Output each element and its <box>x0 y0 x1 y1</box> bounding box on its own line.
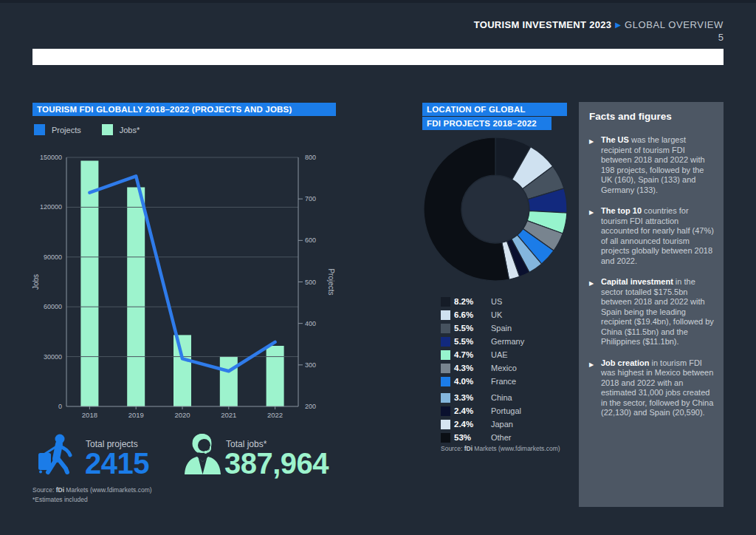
fact-bullet-1: ▶The US was the largest recipient of tou… <box>589 135 714 195</box>
bar-chart-title: TOURISM FDI GLOBALLY 2018–2022 (PROJECTS… <box>32 103 336 116</box>
legend-country: Japan <box>491 420 513 429</box>
bar-2022 <box>267 346 284 406</box>
report-title: TOURISM INVESTMENT 2023 <box>474 19 612 30</box>
legend-country: Other <box>491 433 512 442</box>
legend-country: Germany <box>491 337 524 346</box>
legend-pct: 53% <box>454 433 491 442</box>
report-page: TOURISM INVESTMENT 2023▶GLOBAL OVERVIEW … <box>0 0 756 535</box>
facts-title: Facts and figures <box>589 111 714 122</box>
y-right-tick: 800 <box>305 154 316 161</box>
legend-swatch-Germany <box>441 337 450 347</box>
legend-swatch-projects <box>34 124 45 135</box>
donut-legend-row-UK: 6.6%UK <box>441 308 574 321</box>
y-right-tick: 400 <box>305 320 316 327</box>
legend-pct: 4.7% <box>454 350 491 359</box>
legend-swatch-US <box>441 297 450 307</box>
legend-swatch-France <box>441 377 450 386</box>
facts-panel: Facts and figures ▶The US was the larges… <box>579 102 724 507</box>
bar-2019 <box>127 187 145 406</box>
x-tick: 2020 <box>174 411 190 419</box>
legend-country: UK <box>491 310 502 319</box>
donut-chart <box>417 133 574 287</box>
y-left-tick: 120000 <box>40 203 62 211</box>
legend-pct: 8.2% <box>454 297 491 306</box>
y-right-tick: 200 <box>305 403 316 410</box>
y-left-axis-title: Jobs <box>32 274 40 290</box>
bar-line-chart: 0300006000090000120000150000200300400500… <box>30 148 340 429</box>
x-tick: 2021 <box>221 411 236 419</box>
donut-title-line1: LOCATION OF GLOBAL <box>422 103 567 116</box>
service-agent-icon <box>182 432 223 474</box>
legend-pct: 2.4% <box>454 406 491 415</box>
y-right-tick: 300 <box>305 361 316 369</box>
donut-legend-row-Germany: 5.5%Germany <box>441 335 574 348</box>
y-left-tick: 60000 <box>44 303 62 310</box>
total-projects-value: 2415 <box>85 449 149 478</box>
bullet-arrow-icon: ▶ <box>589 279 594 289</box>
fact-bullet-3: ▶Capital investment in the sector totall… <box>589 277 714 347</box>
facts-bullets: ▶The US was the largest recipient of tou… <box>589 135 714 418</box>
legend-pct: 4.0% <box>454 377 491 386</box>
bar-2021 <box>220 357 238 406</box>
legend-swatch-jobs <box>102 124 113 135</box>
page-number: 5 <box>718 32 724 43</box>
bullet-arrow-icon: ▶ <box>589 137 594 147</box>
legend-label-projects: Projects <box>52 126 81 134</box>
top-edge-strip <box>0 0 756 3</box>
donut-legend-row-China: 3.3%China <box>441 391 574 404</box>
legend-country: Portugal <box>491 406 521 415</box>
legend-pct: 6.6% <box>454 310 491 319</box>
bar-chart-legend: Projects Jobs* <box>34 124 160 135</box>
legend-swatch-UK <box>441 310 450 320</box>
donut-legend-row-Japan: 2.4%Japan <box>441 418 574 431</box>
legend-country: US <box>491 297 502 306</box>
y-right-tick: 600 <box>305 236 316 244</box>
fact-bold-lead: The top 10 <box>601 206 642 215</box>
page-header: TOURISM INVESTMENT 2023▶GLOBAL OVERVIEW <box>474 19 724 30</box>
legend-country: Spain <box>491 324 512 333</box>
donut-legend-row-Portugal: 2.4%Portugal <box>441 404 574 418</box>
legend-country: UAE <box>491 350 508 359</box>
section-title: GLOBAL OVERVIEW <box>625 19 724 30</box>
y-right-tick: 500 <box>305 279 316 286</box>
donut-legend-row-Mexico: 4.3%Mexico <box>441 361 574 375</box>
source-line: Source: fDi Markets (www.fdimarkets.com) <box>32 485 152 495</box>
header-rule-bar <box>32 49 724 65</box>
x-tick: 2022 <box>267 411 283 419</box>
y-left-tick: 90000 <box>44 253 62 261</box>
fact-bullet-4: ▶Job creation in tourism FDI was highest… <box>589 358 714 418</box>
legend-swatch-UAE <box>441 350 450 360</box>
fact-bold-lead: The US <box>601 135 629 144</box>
legend-swatch-Portugal <box>441 406 450 416</box>
legend-pct: 5.5% <box>454 324 491 333</box>
header-arrow-icon: ▶ <box>615 21 621 29</box>
donut-hole <box>462 176 529 242</box>
legend-pct: 5.5% <box>454 337 491 346</box>
y-right-axis-title: Projects <box>327 268 335 295</box>
bullet-arrow-icon: ▶ <box>589 208 594 218</box>
legend-swatch-Japan <box>441 420 450 429</box>
donut-legend: 8.2%US6.6%UK5.5%Spain5.5%Germany4.7%UAE4… <box>441 295 574 444</box>
legend-swatch-China <box>441 393 450 403</box>
fact-bullet-2: ▶The top 10 countries for tourism FDI at… <box>589 206 714 266</box>
donut-legend-row-France: 4.0%France <box>441 375 574 388</box>
bullet-arrow-icon: ▶ <box>589 360 594 370</box>
legend-country: France <box>491 377 516 386</box>
traveler-icon <box>32 433 83 479</box>
estimates-note: *Estimates included <box>32 495 152 505</box>
donut-legend-row-Spain: 5.5%Spain <box>441 321 574 335</box>
fact-bold-lead: Job creation <box>601 358 649 367</box>
x-tick: 2018 <box>82 411 97 419</box>
donut-source: Source: fDi Markets (www.fdimarkets.com) <box>441 444 560 454</box>
legend-country: China <box>491 393 512 402</box>
donut-legend-row-Other: 53%Other <box>441 431 574 444</box>
fact-text: in the sector totalled $175.5bn between … <box>601 277 714 346</box>
y-left-tick: 150000 <box>40 154 62 161</box>
legend-pct: 4.3% <box>454 364 491 372</box>
legend-swatch-Other <box>441 433 450 443</box>
donut-legend-row-US: 8.2%US <box>441 295 574 308</box>
y-left-tick: 30000 <box>44 353 62 361</box>
chart-source: Source: fDi Markets (www.fdimarkets.com)… <box>32 485 152 505</box>
legend-pct: 2.4% <box>454 420 491 429</box>
y-left-tick: 0 <box>58 403 62 410</box>
